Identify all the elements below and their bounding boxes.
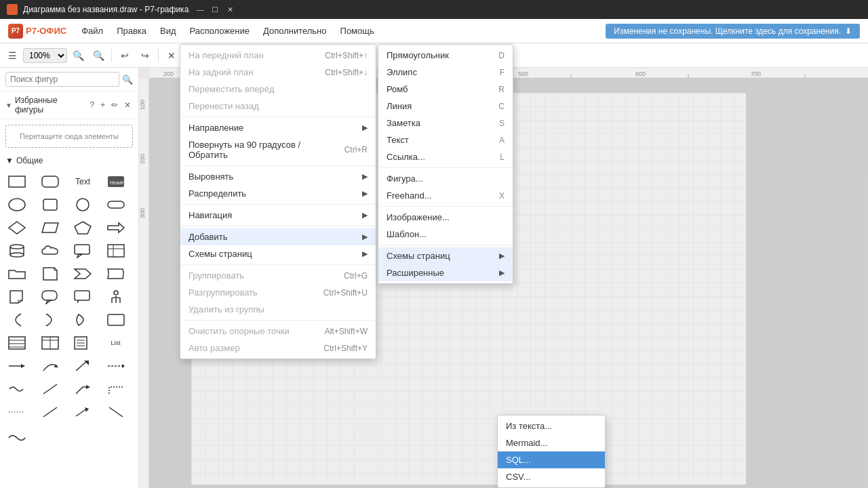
add-text[interactable]: Текст A [378, 131, 513, 148]
shape-person[interactable] [103, 286, 129, 308]
shape-text[interactable]: Text [70, 171, 96, 192]
shape-rounded-square[interactable] [37, 194, 63, 216]
shape-cross[interactable] [103, 309, 129, 331]
save-notification[interactable]: Изменения не сохранены. Щелкните здесь д… [606, 24, 860, 39]
zoom-select[interactable]: 100% 75% 150% 200% [23, 48, 67, 63]
cm-direction[interactable]: Направление ▶ [180, 119, 376, 136]
add-shape[interactable]: Фигура... [378, 170, 513, 187]
add-line[interactable]: Линия C [378, 98, 513, 115]
cm-clear-waypoints[interactable]: Очистить опорные точки Alt+Shift+W [180, 323, 376, 340]
shape-cloud[interactable] [37, 240, 63, 262]
cm-backward[interactable]: Перенести назад [180, 98, 376, 115]
shape-angled-arrow[interactable] [70, 378, 96, 400]
shape-stepped-line[interactable] [103, 378, 129, 400]
shape-rounded-rectangle[interactable] [37, 171, 63, 192]
menu-file[interactable]: Файл [75, 22, 110, 41]
shape-table[interactable] [103, 240, 129, 262]
adv-mermaid[interactable]: Mermaid... [498, 434, 605, 451]
shape-document[interactable] [37, 263, 63, 285]
shape-table-2col[interactable] [4, 332, 30, 354]
shape-heading[interactable]: Heading [103, 171, 129, 192]
adv-sql[interactable]: SQL... [498, 451, 605, 468]
menu-layout[interactable]: Расположение [183, 22, 256, 41]
shape-wave[interactable] [103, 263, 129, 285]
shape-diamond[interactable] [4, 217, 30, 239]
shape-arrow-small[interactable] [70, 401, 96, 423]
shape-backslash[interactable] [103, 401, 129, 423]
close-button[interactable]: ✕ [224, 3, 236, 16]
shape-arrow-right[interactable] [103, 217, 129, 239]
shape-cylinder[interactable] [4, 240, 30, 262]
shape-pentagon[interactable] [70, 217, 96, 239]
shape-circle[interactable] [70, 194, 96, 216]
search-icon[interactable]: 🔍 [122, 75, 133, 85]
shape-diagonal-line[interactable] [37, 378, 63, 400]
add-note[interactable]: Заметка S [378, 115, 513, 131]
zoom-in-button[interactable]: 🔍 [68, 46, 87, 65]
cm-distribute[interactable]: Распределить ▶ [180, 185, 376, 202]
add-image[interactable]: Изображение... [378, 209, 513, 226]
add-ellipse[interactable]: Эллипс F [378, 64, 513, 81]
search-input[interactable] [5, 72, 119, 87]
shape-dotted-line[interactable] [103, 355, 129, 377]
adv-csv[interactable]: CSV... [498, 468, 605, 485]
cm-align[interactable]: Выровнять ▶ [180, 168, 376, 185]
minimize-button[interactable]: — [194, 3, 206, 16]
cm-front[interactable]: На передний план Ctrl+Shift+↑ [180, 47, 376, 64]
shape-chat-bubble[interactable] [37, 286, 63, 308]
shape-doc-list[interactable] [70, 332, 96, 354]
cm-group[interactable]: Группировать Ctrl+G [180, 267, 376, 284]
menu-extra[interactable]: Дополнительно [256, 22, 334, 41]
zoom-out-button[interactable]: 🔍 [89, 46, 108, 65]
cm-remove-from-group[interactable]: Удалить из группы [180, 301, 376, 318]
adv-from-text[interactable]: Из текста... [498, 418, 605, 434]
shape-folder[interactable] [4, 263, 30, 285]
add-rectangle[interactable]: Прямоугольник D [378, 47, 513, 64]
add-template[interactable]: Шаблон... [378, 226, 513, 243]
shape-wave-line[interactable] [4, 424, 30, 446]
favorites-add-icon[interactable]: + [98, 100, 107, 110]
cm-forward[interactable]: Переместить вперёд [180, 81, 376, 98]
shape-chevron[interactable] [70, 263, 96, 285]
cm-back[interactable]: На задний план Ctrl+Shift+↓ [180, 64, 376, 81]
shape-rectangle[interactable] [4, 171, 30, 192]
shape-squiggle[interactable] [4, 378, 30, 400]
favorites-close-icon[interactable]: ✕ [122, 100, 133, 110]
shape-arrow-line[interactable] [4, 355, 30, 377]
add-advanced[interactable]: Расширенные ▶ [378, 264, 513, 281]
menu-view[interactable]: Вид [153, 22, 183, 41]
add-rhombus[interactable]: Ромб R [378, 81, 513, 98]
shape-slash[interactable] [37, 401, 63, 423]
redo-button[interactable]: ↪ [136, 46, 155, 65]
shape-crescent[interactable] [70, 309, 96, 331]
shape-arrow-up-right[interactable] [70, 355, 96, 377]
shape-callout[interactable] [70, 240, 96, 262]
cm-navigation[interactable]: Навигация ▶ [180, 207, 376, 224]
shape-list[interactable] [37, 332, 63, 354]
cm-page-schemes[interactable]: Схемы страниц ▶ [180, 245, 376, 262]
add-page-schemes[interactable]: Схемы страниц ▶ [378, 247, 513, 264]
shape-note[interactable] [4, 286, 30, 308]
cm-rotate[interactable]: Повернуть на 90 градусов / Обратить Ctrl… [180, 136, 376, 163]
shape-horizontal-rectangle[interactable] [103, 194, 129, 216]
shape-arc-left[interactable] [4, 309, 30, 331]
favorites-help-icon[interactable]: ? [87, 100, 96, 110]
maximize-button[interactable]: ☐ [209, 3, 221, 16]
shape-list-text[interactable]: List [103, 332, 129, 354]
favorites-edit-icon[interactable]: ✏ [109, 100, 120, 110]
sidebar-toggle-button[interactable]: ☰ [3, 46, 22, 65]
shape-curvy-arrow[interactable] [37, 355, 63, 377]
undo-button[interactable]: ↩ [115, 46, 134, 65]
delete-button[interactable]: ✕ [162, 46, 181, 65]
general-section-header[interactable]: ▼ Общие [0, 153, 138, 168]
shape-dots-h[interactable] [4, 401, 30, 423]
shape-speech-bubble[interactable] [70, 286, 96, 308]
shape-arc-right[interactable] [37, 309, 63, 331]
favorites-drop-area[interactable]: Перетащите сюда элементы [5, 125, 133, 148]
cm-auto-size[interactable]: Авто размер Ctrl+Shift+Y [180, 340, 376, 357]
cm-ungroup[interactable]: Разгруппировать Ctrl+Shift+U [180, 284, 376, 301]
add-freehand[interactable]: Freehand... X [378, 187, 513, 204]
menu-help[interactable]: Помощь [334, 22, 381, 41]
menu-edit[interactable]: Правка [110, 22, 153, 41]
add-link[interactable]: Ссылка... L [378, 148, 513, 165]
